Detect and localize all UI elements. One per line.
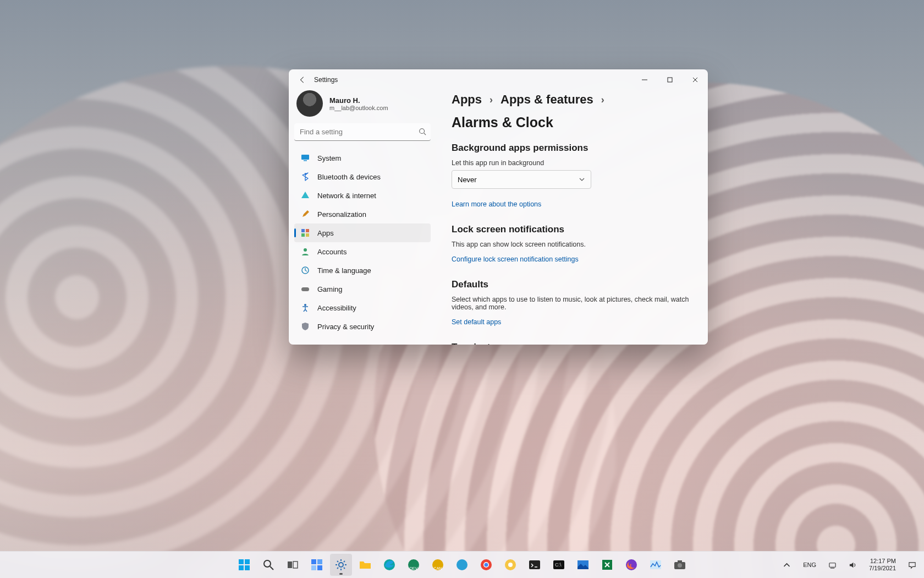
taskbar-app-photos[interactable] <box>572 554 594 576</box>
tray-overflow-button[interactable] <box>779 559 794 571</box>
svg-point-11 <box>304 304 306 306</box>
taskbar-app-explorer[interactable] <box>354 554 376 576</box>
photos-icon <box>576 558 590 571</box>
windows-icon <box>238 558 251 571</box>
start-button[interactable] <box>233 554 255 576</box>
breadcrumb-apps-features[interactable]: Apps & features <box>501 92 593 107</box>
defaults-desc: Select which apps to use to listen to mu… <box>452 296 692 311</box>
taskbar-app-cmd[interactable]: C:\ <box>548 554 570 576</box>
taskbar-app-edge-dev[interactable]: DEV <box>403 554 425 576</box>
breadcrumb-current: Alarms & Clock <box>452 114 553 130</box>
configure-lock-link[interactable]: Configure lock screen notification setti… <box>452 255 579 263</box>
sidebar-item-personalization[interactable]: Personalization <box>294 205 431 223</box>
performance-icon <box>649 558 662 571</box>
clock-icon <box>301 266 310 275</box>
firefox-icon <box>625 558 638 571</box>
taskbar-app-monitor[interactable] <box>645 554 667 576</box>
chrome-canary-icon <box>504 558 517 571</box>
svg-point-43 <box>678 563 682 568</box>
arrow-left-icon <box>299 76 306 84</box>
close-button[interactable] <box>683 71 708 89</box>
sidebar-item-privacy[interactable]: Privacy & security <box>294 317 431 336</box>
svg-point-23 <box>339 563 343 567</box>
chevron-right-icon: › <box>490 94 493 106</box>
svg-rect-17 <box>288 561 292 568</box>
tray-notifications[interactable] <box>905 559 920 571</box>
tray-volume[interactable] <box>845 559 860 571</box>
terminal-icon <box>528 558 541 571</box>
sidebar-item-label: Privacy & security <box>317 323 374 331</box>
svg-point-32 <box>485 563 488 567</box>
edge-canary-icon: CAN <box>431 558 444 571</box>
learn-more-link[interactable]: Learn more about the options <box>452 200 541 208</box>
background-permissions-section: Background apps permissions Let this app… <box>452 143 692 209</box>
sidebar-item-bluetooth[interactable]: Bluetooth & devices <box>294 167 431 186</box>
cmd-icon: C:\ <box>552 558 565 571</box>
taskbar-app-edge-beta[interactable] <box>451 554 473 576</box>
bg-perm-label: Let this app run in background <box>452 159 692 167</box>
sidebar-item-gaming[interactable]: Gaming <box>294 280 431 298</box>
svg-rect-6 <box>301 233 305 237</box>
gear-icon <box>334 558 348 571</box>
sidebar-item-apps[interactable]: Apps <box>294 223 431 242</box>
taskbar-app-settings[interactable] <box>330 554 352 576</box>
system-tray: ENG 12:17 PM 7/19/2021 <box>779 555 920 574</box>
svg-rect-2 <box>301 155 309 160</box>
shield-icon <box>301 322 310 331</box>
taskbar-app-chrome-canary[interactable] <box>499 554 521 576</box>
sidebar-item-network[interactable]: Network & internet <box>294 186 431 205</box>
sidebar-item-accessibility[interactable]: Accessibility <box>294 298 431 317</box>
tray-clock[interactable]: 12:17 PM 7/19/2021 <box>866 555 899 574</box>
titlebar: Settings <box>289 69 708 90</box>
breadcrumb-apps[interactable]: Apps <box>452 92 482 107</box>
minimize-button[interactable] <box>632 71 657 89</box>
sidebar-item-label: Accessibility <box>317 304 356 312</box>
sidebar-item-system[interactable]: System <box>294 149 431 167</box>
user-profile[interactable]: Mauro H. m__lab@outlook.com <box>294 90 431 123</box>
maximize-button[interactable] <box>657 71 683 89</box>
svg-rect-18 <box>293 561 298 568</box>
svg-rect-13 <box>245 559 250 564</box>
display-icon <box>301 154 310 162</box>
taskbar-app-chrome[interactable] <box>475 554 497 576</box>
taskbar-app-excel[interactable] <box>596 554 618 576</box>
sidebar-item-accounts[interactable]: Accounts <box>294 242 431 261</box>
svg-rect-44 <box>678 560 682 563</box>
sidebar-item-label: Bluetooth & devices <box>317 173 381 181</box>
lock-screen-section: Lock screen notifications This app can s… <box>452 224 692 264</box>
taskbar-app-camera[interactable] <box>669 554 691 576</box>
lock-desc: This app can show lock screen notificati… <box>452 241 692 248</box>
svg-rect-12 <box>239 559 244 564</box>
taskbar-app-terminal[interactable] <box>524 554 546 576</box>
sidebar-item-label: Time & language <box>317 266 371 275</box>
folder-icon <box>359 558 372 571</box>
apps-icon <box>301 228 310 237</box>
sidebar-item-time[interactable]: Time & language <box>294 261 431 280</box>
tray-network[interactable] <box>825 559 840 571</box>
chevron-down-icon <box>579 176 585 183</box>
svg-rect-15 <box>245 565 250 570</box>
bg-perm-value: Never <box>458 176 477 184</box>
avatar <box>296 90 323 117</box>
chrome-icon <box>480 558 493 571</box>
task-view-button[interactable] <box>282 554 304 576</box>
widgets-icon <box>310 558 323 571</box>
bg-perm-select[interactable]: Never <box>452 170 591 189</box>
search-input[interactable] <box>294 123 431 141</box>
taskbar-app-edge[interactable] <box>378 554 400 576</box>
taskbar-app-edge-can[interactable]: CAN <box>427 554 449 576</box>
widgets-button[interactable] <box>306 554 328 576</box>
close-icon <box>692 77 698 83</box>
taskbar-app-firefox[interactable] <box>620 554 642 576</box>
back-button[interactable] <box>294 72 311 88</box>
excel-icon <box>601 558 614 571</box>
sidebar-item-label: Network & internet <box>317 192 376 200</box>
svg-point-8 <box>304 248 307 252</box>
search-button[interactable] <box>257 554 279 576</box>
terminate-section: Terminate Immediately terminate this app… <box>452 342 692 345</box>
svg-rect-20 <box>317 559 322 564</box>
tray-language[interactable]: ENG <box>800 559 820 570</box>
set-default-apps-link[interactable]: Set default apps <box>452 318 501 326</box>
main-content: Apps › Apps & features › Alarms & Clock … <box>436 90 708 345</box>
maximize-icon <box>667 77 673 83</box>
